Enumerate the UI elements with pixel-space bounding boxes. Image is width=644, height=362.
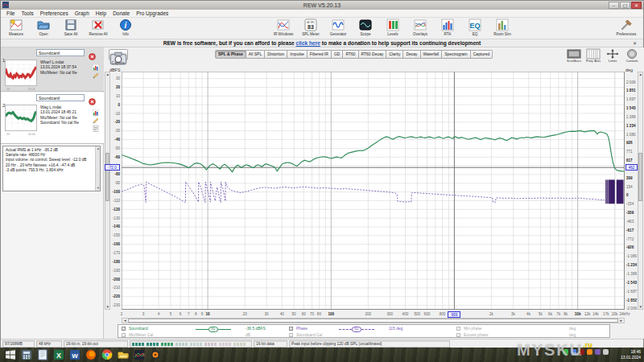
- tab-rt60[interactable]: RT60: [343, 50, 358, 59]
- measurement-2-remove-icon[interactable]: [89, 94, 96, 101]
- toolbar-button-open[interactable]: Open: [30, 19, 57, 36]
- tray-icon-5[interactable]: [603, 349, 609, 355]
- legend-mic-cal-label[interactable]: Mic/Meter Cal: [129, 333, 153, 337]
- mic-cal-checkbox[interactable]: ✓: [122, 333, 126, 337]
- taskbar-app-firefox[interactable]: [85, 349, 97, 360]
- tab-gd[interactable]: GD: [332, 50, 344, 59]
- measurement-1-cal: Mic/Meter: No cal file: [40, 71, 89, 76]
- menu-item-pro-upgrades[interactable]: Pro Upgrades: [133, 10, 171, 16]
- right-axis-scrollbar[interactable]: [638, 72, 643, 310]
- graph-tool-freq-axis[interactable]: Freq. Axis: [584, 48, 603, 63]
- tray-icon-4[interactable]: [595, 349, 601, 355]
- legend-excess-phase-label[interactable]: Excess phase: [464, 333, 488, 337]
- tab-all-spl[interactable]: All SPL: [246, 50, 265, 59]
- deg-tick: 926: [626, 141, 633, 145]
- toolbar-button-info[interactable]: iInfo: [112, 19, 139, 36]
- legend-min-phase-label[interactable]: Min phase: [464, 327, 482, 331]
- graph-tool-limits[interactable]: Limits: [603, 48, 622, 63]
- tab-spectrogram[interactable]: Spectrogram: [442, 50, 471, 59]
- toolbar-button-rta[interactable]: RTA: [434, 19, 461, 36]
- legend-phase-label[interactable]: Phase: [296, 327, 308, 331]
- taskbar-app-calculator[interactable]: [21, 349, 32, 360]
- measurement-card-1[interactable]: 1. 20 20.0k Wharf L.mdat 13.01.2024 18:3…: [1, 47, 104, 92]
- measurement-card-2[interactable]: 2. 20 20.0k Wag L.mdat 13.01.2024 18:45:…: [1, 93, 104, 144]
- tab-impulse[interactable]: Impulse: [287, 50, 308, 59]
- menu-item-tools[interactable]: Tools: [18, 10, 36, 16]
- notes-icon[interactable]: [93, 121, 99, 127]
- db-tick--140: -140: [105, 224, 120, 228]
- spl-trace-checkbox[interactable]: ✓: [122, 327, 126, 331]
- toolbar-button-save-all[interactable]: Save All: [57, 19, 85, 36]
- taskbar-app-viewer[interactable]: [150, 349, 161, 360]
- legend-spl-label[interactable]: Soundcard: [129, 327, 148, 331]
- levels-icon: [386, 19, 399, 31]
- tab-decay[interactable]: Decay: [403, 50, 420, 59]
- taskbar-app-notepad[interactable]: [37, 349, 48, 360]
- taskbar-clock[interactable]: 18:46 13.01.2024: [621, 349, 641, 360]
- toolbar-button-measure[interactable]: Measure: [2, 19, 30, 36]
- phase-trace-checkbox[interactable]: ✓: [289, 327, 293, 331]
- measurement-2-name-input[interactable]: [36, 94, 85, 101]
- minimize-button[interactable]: –: [609, 2, 619, 9]
- trace-options-icon[interactable]: [93, 60, 99, 66]
- toolbar-button-remove-all[interactable]: Remove All: [85, 19, 112, 36]
- toolbar-button-ir-windows[interactable]: IR Windows: [270, 19, 297, 36]
- taskbar-app-rew[interactable]: [134, 349, 145, 360]
- close-button[interactable]: ✕: [631, 2, 642, 9]
- freq-tick-4k: 4k: [526, 312, 530, 316]
- menu-item-file[interactable]: File: [3, 10, 18, 16]
- menu-item-graph[interactable]: Graph: [72, 10, 93, 16]
- toolbar-button-scope[interactable]: Scope: [352, 19, 379, 36]
- tab-clarity[interactable]: Clarity: [386, 50, 403, 59]
- maximize-button[interactable]: ▢: [620, 2, 630, 9]
- title-bar[interactable]: REW V5.20.13 – ▢ ✕: [1, 1, 643, 10]
- legend-soundcard-cal-label[interactable]: Soundcard Cal: [296, 333, 322, 337]
- toolbar-button-overlays[interactable]: Overlays: [407, 19, 434, 36]
- measurement-1-thumbnail[interactable]: 20 20.0k: [5, 60, 37, 86]
- banner-close-icon[interactable]: ✕: [633, 39, 637, 47]
- deg-tick: -1 697: [626, 290, 637, 294]
- menu-item-preferences[interactable]: Preferences: [37, 10, 72, 16]
- taskbar-app-word[interactable]: W: [69, 349, 80, 360]
- soundcard-cal-checkbox[interactable]: ✓: [289, 333, 293, 337]
- db-tick-0: 0: [105, 103, 120, 107]
- trace-options-icon[interactable]: [93, 105, 99, 111]
- spl-smoothing-badge[interactable]: Var: [196, 327, 231, 332]
- tab-waterfall[interactable]: Waterfall: [421, 50, 443, 59]
- menu-item-donate[interactable]: Donate: [109, 10, 133, 16]
- taskbar-app-chrome[interactable]: [101, 349, 113, 360]
- toolbar-button-generator[interactable]: Generator: [324, 19, 352, 36]
- start-button[interactable]: [5, 349, 16, 360]
- tab-rt60-decay[interactable]: RT60 Decay: [359, 50, 387, 59]
- menu-item-help[interactable]: Help: [93, 10, 109, 16]
- edit-icon[interactable]: [93, 68, 99, 74]
- toolbar-button-spl-meter[interactable]: dB SPL83SPL Meter: [297, 19, 324, 36]
- toolbar-button-preferences[interactable]: Preferences: [613, 19, 640, 36]
- info-scrollbar[interactable]: [95, 146, 100, 191]
- freq-tick-2k: 2k: [489, 312, 493, 316]
- taskbar-app-explorer[interactable]: [118, 349, 129, 360]
- min-phase-checkbox[interactable]: ✓: [456, 327, 460, 331]
- excess-phase-checkbox[interactable]: ✓: [456, 333, 460, 337]
- graph-tool-controls[interactable]: Controls: [622, 48, 642, 63]
- toolbar-button-label: Overlays: [413, 32, 427, 36]
- toolbar-button-levels[interactable]: Levels: [379, 19, 407, 36]
- phase-smoothing-badge[interactable]: Var: [339, 327, 374, 332]
- tab-distortion[interactable]: Distortion: [265, 50, 287, 59]
- measurement-1-name-input[interactable]: [36, 49, 85, 56]
- measurement-1-remove-icon[interactable]: [89, 49, 96, 56]
- freq-axis-scrollbar[interactable]: ◄►: [122, 318, 625, 323]
- capture-button[interactable]: [109, 49, 128, 60]
- taskbar-app-excel[interactable]: X: [53, 349, 64, 360]
- measurement-details-box[interactable]: Actual RMS at 1 kHz: -36.2 dBSample rate…: [2, 146, 101, 191]
- donation-link[interactable]: click here: [296, 40, 320, 46]
- graph-tool-scrollbars[interactable]: Scrollbars: [564, 48, 584, 63]
- measurement-2-thumbnail[interactable]: 20 20.0k: [5, 105, 37, 131]
- tab-spl-phase[interactable]: SPL & Phase: [215, 50, 246, 59]
- edit-icon[interactable]: [93, 113, 99, 119]
- spl-phase-plot[interactable]: [122, 72, 625, 310]
- toolbar-button-eq[interactable]: EQEQ: [461, 19, 489, 36]
- tab-filtered-ir[interactable]: Filtered IR: [308, 50, 332, 59]
- toolbar-button-room-sim[interactable]: Room Sim: [489, 19, 516, 36]
- tab-captured[interactable]: Captured: [471, 50, 493, 59]
